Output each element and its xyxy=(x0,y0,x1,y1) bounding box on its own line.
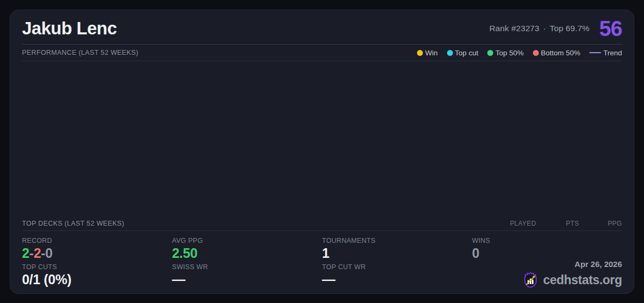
stat-label: RECORD xyxy=(22,237,172,244)
rank-text: Rank #23273·Top 69.7% xyxy=(489,24,590,33)
performance-section-title: PERFORMANCE (LAST 52 WEEKS) xyxy=(22,49,138,56)
column-header-ppg: PPG xyxy=(579,220,622,227)
rank-summary: Rank #23273·Top 69.7% 56 xyxy=(489,18,622,39)
stat-value-wins: 0 xyxy=(472,246,623,261)
stat-value-record: 2-2-0 xyxy=(22,246,172,261)
site-name: cedhstats.org xyxy=(543,273,622,287)
stat-tournaments: TOURNAMENTS 1 xyxy=(322,235,472,261)
legend-item-trend: Trend xyxy=(589,49,622,57)
player-score: 56 xyxy=(599,18,623,39)
legend-label: Bottom 50% xyxy=(541,49,581,57)
stat-value-top-cuts: 0/1 (0%) xyxy=(22,272,172,287)
legend-label: Trend xyxy=(603,49,622,57)
legend-item-topcut: Top cut xyxy=(447,49,479,57)
trend-line-icon xyxy=(589,52,601,54)
column-header-pts: PTS xyxy=(536,220,579,227)
top-decks-columns: PLAYED PTS PPG xyxy=(493,220,622,227)
topcut-dot-icon xyxy=(447,50,453,56)
stat-wins: WINS 0 xyxy=(472,235,623,261)
stat-label: AVG PPG xyxy=(172,237,323,244)
legend-item-bottom50: Bottom 50% xyxy=(533,49,581,57)
stat-label: TOP CUTS xyxy=(22,263,172,271)
page-title: Jakub Lenc xyxy=(22,18,117,39)
stat-value-tournaments: 1 xyxy=(322,246,472,261)
stat-label: TOURNAMENTS xyxy=(322,237,472,244)
win-dot-icon xyxy=(417,50,423,56)
legend-item-top50: Top 50% xyxy=(487,49,524,57)
top-decks-section-title: TOP DECKS (LAST 52 WEEKS) xyxy=(22,220,125,227)
stat-avg-ppg: AVG PPG 2.50 xyxy=(172,235,323,261)
legend-label: Win xyxy=(425,49,437,57)
rank-value: Rank #23273 xyxy=(489,24,539,33)
stat-value-top-cut-wr: — xyxy=(322,272,472,287)
rank-separator: · xyxy=(543,24,546,33)
stat-swiss-wr: SWISS WR — xyxy=(172,261,323,287)
legend-item-win: Win xyxy=(417,49,437,57)
site-branding: cedhstats.org xyxy=(522,271,622,289)
cedhstats-shield-logo-icon xyxy=(522,271,539,289)
date-text: Apr 26, 2026 xyxy=(522,259,622,269)
record-draws: 0 xyxy=(45,246,53,261)
stat-value-avg-ppg: 2.50 xyxy=(172,246,323,261)
stat-label: TOP CUT WR xyxy=(322,263,472,271)
stat-label: SWISS WR xyxy=(172,263,323,271)
top50-dot-icon xyxy=(487,50,493,56)
top-percent: Top 69.7% xyxy=(550,24,589,33)
stat-top-cuts: TOP CUTS 0/1 (0%) xyxy=(22,261,172,287)
stat-label: WINS xyxy=(472,237,623,244)
stats-grid: RECORD 2-2-0 AVG PPG 2.50 TOURNAMENTS 1 … xyxy=(22,231,622,293)
stat-record: RECORD 2-2-0 xyxy=(22,235,172,261)
performance-chart-area xyxy=(22,61,622,217)
performance-header-row: PERFORMANCE (LAST 52 WEEKS) Win Top cut … xyxy=(22,45,622,61)
stat-value-swiss-wr: — xyxy=(172,272,323,287)
record-wins: 2 xyxy=(22,246,30,261)
stat-top-cut-wr: TOP CUT WR — xyxy=(322,261,472,287)
column-header-played: PLAYED xyxy=(493,220,536,227)
top-decks-header-row: TOP DECKS (LAST 52 WEEKS) PLAYED PTS PPG xyxy=(22,217,622,231)
record-dash: - xyxy=(30,246,34,261)
legend-label: Top cut xyxy=(455,49,479,57)
footer: Apr 26, 2026 cedhstats.org xyxy=(522,259,622,289)
chart-legend: Win Top cut Top 50% Bottom 50% Trend xyxy=(417,49,622,57)
record-losses: 2 xyxy=(34,246,41,261)
card-header: Jakub Lenc Rank #23273·Top 69.7% 56 xyxy=(22,10,622,45)
player-stats-card: Jakub Lenc Rank #23273·Top 69.7% 56 PERF… xyxy=(10,10,634,294)
legend-label: Top 50% xyxy=(495,49,524,57)
bottom50-dot-icon xyxy=(533,50,539,56)
